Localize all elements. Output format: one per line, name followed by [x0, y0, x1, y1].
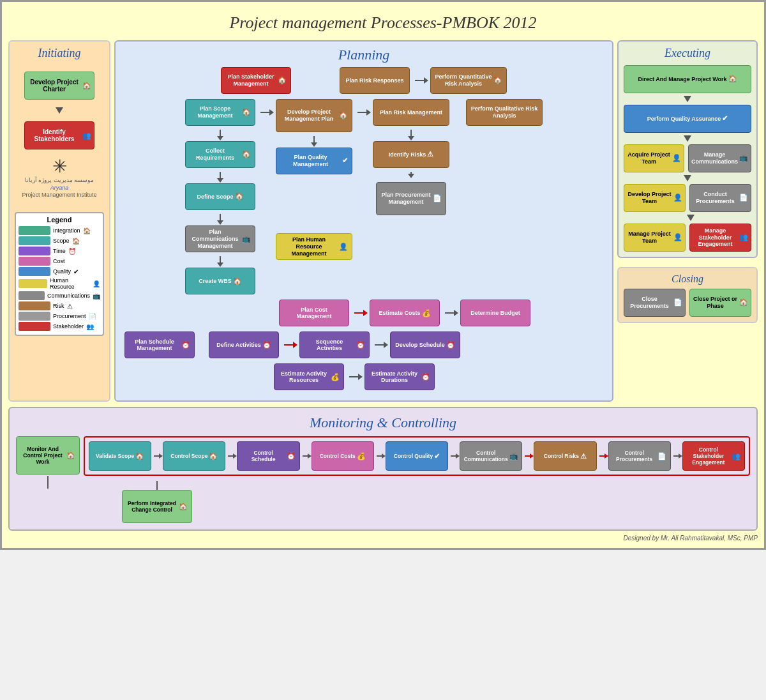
node-plan-risk-mgmt: Plan Risk Management [373, 99, 449, 126]
node-plan-stakeholder-mgmt: Plan Stakeholder Management 🏠 [221, 67, 291, 94]
node-manage-stakeholder-engagement: Manage Stakeholder Engagement 👥 [689, 224, 751, 252]
arrow-collect-define [220, 172, 221, 179]
col-scope: Plan Scope Management 🏠 Collect Requirem… [185, 99, 255, 294]
exec-arrow-4 [624, 213, 751, 222]
legend-color-stakeholder [19, 322, 50, 331]
legend-color-risk [19, 301, 50, 310]
legend-color-time [19, 247, 50, 255]
arrow-plan-scope-collect [220, 130, 221, 137]
legend-color-scope [19, 236, 50, 245]
arrow-down-1 [56, 107, 63, 114]
legend-stakeholder: Stakeholder 👥 [19, 322, 100, 331]
arrow-estimate-budget [445, 312, 455, 314]
red-arrow-cost-estimate [354, 312, 364, 314]
arrow-define-comms [220, 214, 221, 222]
arrow-down-mon [47, 476, 49, 489]
node-direct-manage-project-work: Direct And Manage Project Work 🏠 [624, 65, 751, 93]
legend-icon-procurement: 📄 [89, 313, 96, 320]
col-procure: Plan Procurement Management 📄 [376, 182, 446, 215]
node-plan-comms-mgmt: Plan Communications Management 📺 [185, 225, 255, 252]
node-plan-quality-mgmt: Plan Quality Management ✔ [276, 148, 352, 174]
node-define-scope: Define Scope 🏠 [185, 183, 255, 210]
exec-arrow-2 [624, 134, 751, 143]
node-close-procurements: Close Procurements 📄 [624, 289, 686, 317]
arrow-devplan-quality [313, 136, 315, 144]
legend-box: Legend Integration 🏠 Scope 🏠 Time ⏰ [15, 212, 104, 336]
executing-grid-2: Perform Quality Assurance ✔ [624, 105, 751, 133]
legend-icon-risk: ⚠ [67, 303, 73, 310]
node-define-activities: Define Activities ⏰ [209, 331, 279, 358]
red-arrow-risks-procure [599, 455, 606, 457]
initiating-title: Initiating [38, 47, 81, 60]
mon-main-area: Validate Scope 🏠 Control Scope 🏠 Control… [84, 436, 750, 523]
node-manage-project-team: Manage Project Team 👤 [624, 224, 686, 252]
legend-label-integration: Integration [53, 227, 80, 234]
node-perform-qualitative-risk: Perform Qualitative Risk Analysis [466, 99, 543, 126]
arrow-resources-durations [349, 376, 359, 377]
monitoring-title: Monitoring & Controlling [16, 415, 750, 431]
legend-color-procurement [19, 312, 50, 321]
planning-row-estimate: Estimate Activity Resources 💰 Estimate A… [274, 363, 607, 390]
legend-color-quality [19, 267, 50, 276]
node-estimate-costs: Estimate Costs 💰 [370, 300, 440, 326]
legend-label-procurement: Procurement [53, 313, 86, 319]
node-plan-risk-responses: Plan Risk Responses [340, 67, 410, 94]
right-column: Executing Direct And Manage Project Work… [617, 40, 758, 402]
legend-label-cost: Cost [53, 258, 65, 264]
executing-grid-5: Manage Project Team 👤 Manage Stakeholder… [624, 224, 751, 252]
node-control-communications: Control Communications 📺 [460, 441, 522, 471]
top-row: Initiating Develop Project Charter 🏠 Ide… [8, 40, 758, 402]
legend-integration: Integration 🏠 [19, 226, 100, 235]
node-identify-risks: Identify Risks ⚠ [373, 141, 449, 168]
planning-title: Planning [121, 47, 607, 63]
legend-label-stakeholder: Stakeholder [53, 323, 84, 330]
node-close-project-phase: Close Project or Phase 🏠 [689, 289, 751, 317]
legend-title: Legend [19, 216, 100, 224]
legend-quality: Quality ✔ [19, 267, 100, 276]
footer: Designed by Mr. Ali Rahmatitavakal, MSc,… [8, 535, 758, 542]
executing-grid-4: Develop Project Team 👤 Conduct Procureme… [624, 184, 751, 212]
red-arrow-comms-risks [525, 455, 531, 457]
node-collect-requirements: Collect Requirements 🏠 [185, 141, 255, 168]
legend-label-quality: Quality [53, 268, 71, 275]
planning-row-cost: Plan Cost Management Estimate Costs 💰 De… [197, 300, 607, 326]
arrow-control-scope-schedule [228, 455, 234, 457]
node-sequence-activities: Sequence Activities ⏰ [299, 331, 370, 358]
node-perform-integrated-change-control: Perform Integrated Change Control 🏠 [122, 490, 192, 523]
legend-icon-integration: 🏠 [83, 227, 91, 234]
arrow-comms-wbs [220, 256, 221, 264]
legend-color-cost [19, 257, 50, 266]
node-control-risks: Control Risks ⚠ [534, 441, 596, 471]
legend-time: Time ⏰ [19, 247, 100, 255]
arrow-scope-devplan [260, 112, 271, 113]
legend-color-hr [19, 279, 47, 288]
closing-title: Closing [624, 273, 751, 285]
node-control-stakeholder-engagement: Control Stakeholder Engagement 👥 [682, 441, 745, 471]
exec-arrow-3 [624, 174, 751, 183]
monitoring-row-box: Validate Scope 🏠 Control Scope 🏠 Control… [84, 436, 750, 476]
node-control-procurements: Control Procurements 📄 [608, 441, 671, 471]
outer-wrapper: Project management Processes-PMBOK 2012 … [0, 0, 766, 550]
node-control-costs: Control Costs 💰 [312, 441, 374, 471]
node-develop-schedule: Develop Schedule ⏰ [390, 331, 460, 358]
exec-arrow-1 [624, 95, 751, 103]
mon-left-col: Monitor And Control Project Work 🏠 [16, 436, 80, 490]
planning-row-2: Plan Scope Management 🏠 Collect Requirem… [121, 99, 607, 294]
legend-color-integration [19, 226, 50, 235]
node-plan-hr-mgmt: Plan Human Resource Management 👤 [276, 233, 352, 260]
arrow-riskmgmt-identify [410, 130, 412, 137]
institute-persian: موسسه مدیریت پروژه آریانا [22, 177, 96, 185]
legend-risk: Risk ⚠ [19, 301, 100, 310]
arrow-down-exec-4 [687, 215, 695, 221]
node-develop-project-mgmt-plan: Develop Project Management Plan 🏠 [276, 99, 352, 132]
executing-title: Executing [624, 47, 751, 60]
arrow-down-exec-2 [684, 135, 691, 142]
arrow-v-integrated [156, 481, 158, 490]
arrow-risk-responses-quant [415, 80, 425, 81]
node-identify-stakeholders: Identify Stakeholders 👥 [24, 121, 94, 149]
col-risk: Plan Risk Management Identify Risks ⚠ Pl… [373, 99, 449, 215]
arrow-down-exec-1 [684, 96, 691, 102]
node-control-scope: Control Scope 🏠 [163, 441, 225, 471]
executing-grid: Direct And Manage Project Work 🏠 [624, 65, 751, 93]
node-estimate-activity-resources: Estimate Activity Resources 💰 [274, 363, 344, 390]
